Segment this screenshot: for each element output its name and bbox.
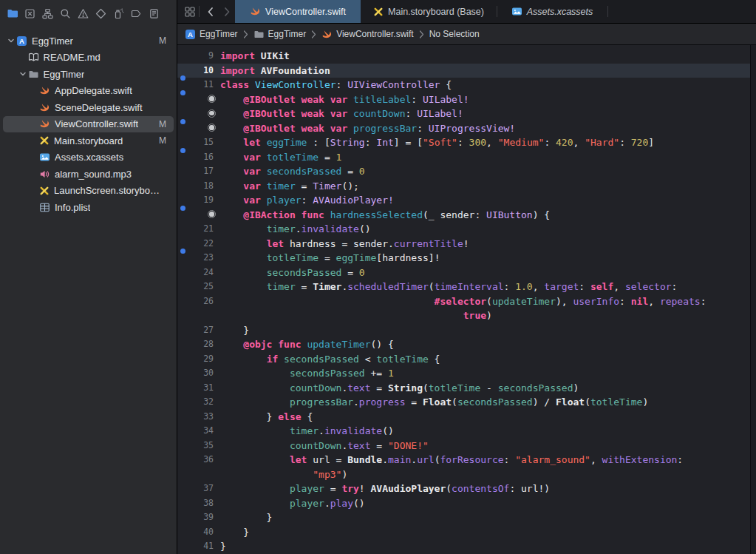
line-number[interactable]: 29 bbox=[203, 352, 214, 367]
line-number[interactable]: 38 bbox=[203, 496, 214, 511]
code-line-21[interactable]: 21 timer.invalidate() bbox=[177, 222, 756, 237]
code-line-26[interactable]: 26 #selector(updateTimer), userInfo: nil… bbox=[177, 294, 756, 309]
line-number[interactable]: 28 bbox=[203, 337, 214, 352]
project-navigator-icon[interactable] bbox=[7, 7, 24, 19]
scrollbar-track[interactable] bbox=[750, 45, 756, 554]
ib-connection-icon[interactable] bbox=[208, 95, 216, 103]
sidebar-item-readme-md[interactable]: README.md bbox=[3, 50, 174, 67]
code-line-11[interactable]: 11class ViewController: UIViewController… bbox=[177, 78, 756, 92]
code-line-12[interactable]: @IBOutlet weak var titleLabel: UILabel! bbox=[177, 92, 756, 107]
gutter[interactable]: 39 bbox=[177, 510, 220, 525]
line-number[interactable]: 22 bbox=[203, 237, 214, 251]
code-line-16[interactable]: 16 var totleTime = 1 bbox=[177, 150, 756, 165]
breadcrumb-item-viewcontroller-swift[interactable]: ViewController.swift bbox=[321, 29, 413, 40]
code-line-31[interactable]: 31 countDown.text = String(totleTime - s… bbox=[177, 381, 756, 396]
code-text[interactable]: if secondsPassed < totleTime { bbox=[220, 352, 440, 367]
gutter[interactable]: 17 bbox=[177, 164, 220, 179]
code-text[interactable]: class ViewController: UIViewController { bbox=[220, 78, 452, 92]
code-line-18[interactable]: 18 var timer = Timer(); bbox=[177, 179, 756, 194]
code-line-9[interactable]: 9import UIKit bbox=[177, 49, 756, 64]
gutter[interactable] bbox=[177, 92, 220, 107]
breadcrumb-item-eggtimer[interactable]: EggTimer bbox=[253, 29, 307, 40]
code-line-25[interactable]: 25 timer = Timer.scheduledTimer(timeInte… bbox=[177, 280, 756, 294]
code-text[interactable]: timer.invalidate() bbox=[220, 222, 371, 237]
gutter[interactable]: 37 bbox=[177, 482, 220, 496]
code-text[interactable]: countDown.text = "DONE!" bbox=[220, 439, 429, 453]
gutter[interactable]: 34 bbox=[177, 424, 220, 439]
gutter[interactable]: 29 bbox=[177, 352, 220, 367]
code-text[interactable]: } bbox=[220, 510, 272, 525]
code-line-41[interactable]: 41} bbox=[177, 539, 756, 554]
code-text[interactable]: timer = Timer.scheduledTimer(timeInterva… bbox=[220, 280, 677, 294]
code-text[interactable]: var player: AVAudioPlayer! bbox=[220, 193, 394, 208]
line-number[interactable]: 30 bbox=[203, 366, 214, 381]
symbols-icon[interactable] bbox=[42, 7, 60, 19]
gutter[interactable]: 23 bbox=[177, 251, 220, 266]
code-line-35[interactable]: 35 countDown.text = "DONE!" bbox=[177, 439, 756, 453]
line-number[interactable]: 23 bbox=[203, 251, 214, 266]
gutter[interactable]: 30 bbox=[177, 366, 220, 381]
line-number[interactable]: 15 bbox=[203, 135, 214, 150]
code-text[interactable]: true) bbox=[220, 308, 492, 323]
sidebar-item-assets-xcassets[interactable]: Assets.xcassets bbox=[3, 149, 174, 166]
code-text[interactable]: #selector(updateTimer), userInfo: nil, r… bbox=[220, 294, 706, 309]
code-text[interactable]: } bbox=[220, 525, 249, 540]
code-text[interactable]: import AVFoundation bbox=[220, 64, 330, 78]
gutter[interactable]: 25 bbox=[177, 280, 220, 294]
sidebar-item-appdelegate-swift[interactable]: AppDelegate.swift bbox=[3, 83, 174, 100]
code-line-34[interactable]: 34 timer.invalidate() bbox=[177, 424, 756, 439]
line-number[interactable]: 26 bbox=[203, 294, 214, 309]
line-number[interactable]: 34 bbox=[203, 424, 214, 439]
breakpoints-icon[interactable] bbox=[131, 7, 149, 19]
code-text[interactable]: @IBOutlet weak var progressBar: UIProgre… bbox=[220, 121, 515, 136]
search-icon[interactable] bbox=[60, 7, 78, 19]
code-line-39[interactable]: 39 } bbox=[177, 510, 756, 525]
gutter[interactable] bbox=[177, 121, 220, 136]
line-number[interactable]: 16 bbox=[203, 150, 214, 165]
grid-icon[interactable] bbox=[183, 0, 197, 23]
gutter[interactable]: 26 bbox=[177, 294, 220, 309]
gutter[interactable]: 21 bbox=[177, 222, 220, 237]
ib-connection-icon[interactable] bbox=[208, 109, 216, 118]
code-text[interactable]: player = try! AVAudioPlayer(contentsOf: … bbox=[220, 482, 550, 496]
code-text[interactable]: player.play() bbox=[220, 496, 365, 511]
disclosure-icon[interactable] bbox=[19, 70, 27, 78]
line-number[interactable]: 24 bbox=[203, 266, 214, 280]
code-text[interactable]: @IBAction func hardnessSelected(_ sender… bbox=[220, 208, 550, 223]
code-text[interactable]: import UIKit bbox=[220, 49, 290, 64]
sidebar-item-eggtimer[interactable]: AEggTimerM bbox=[3, 33, 174, 50]
gutter[interactable] bbox=[177, 308, 220, 323]
code-text[interactable]: countDown.text = String(totleTime - seco… bbox=[220, 381, 579, 396]
code-line-36[interactable]: 36 let url = Bundle.main.url(forResource… bbox=[177, 453, 756, 467]
code-text[interactable]: "mp3") bbox=[220, 467, 347, 482]
line-number[interactable]: 25 bbox=[203, 280, 214, 294]
gutter[interactable]: 38 bbox=[177, 496, 220, 511]
line-number[interactable]: 32 bbox=[203, 395, 214, 410]
line-number[interactable]: 27 bbox=[203, 323, 214, 338]
code-line-30[interactable]: 30 secondsPassed += 1 bbox=[177, 366, 756, 381]
gutter[interactable]: 40 bbox=[177, 525, 220, 540]
code-line-wrap[interactable]: "mp3") bbox=[177, 467, 756, 482]
debug-icon[interactable] bbox=[113, 7, 131, 19]
line-number[interactable]: 40 bbox=[203, 525, 214, 540]
tab-assets-xcassets[interactable]: Assets.xcassets bbox=[497, 0, 607, 23]
issues-icon[interactable] bbox=[78, 7, 95, 19]
code-text[interactable]: var timer = Timer(); bbox=[220, 179, 359, 194]
code-line-27[interactable]: 27 } bbox=[177, 323, 756, 338]
line-number[interactable]: 35 bbox=[203, 439, 214, 453]
gutter[interactable]: 33 bbox=[177, 410, 220, 425]
code-line-32[interactable]: 32 progressBar.progress = Float(secondsP… bbox=[177, 395, 756, 410]
gutter[interactable]: 18 bbox=[177, 179, 220, 194]
code-text[interactable]: timer.invalidate() bbox=[220, 424, 394, 439]
code-line-10[interactable]: 10import AVFoundation bbox=[177, 64, 756, 78]
sidebar-item-scenedelegate-swift[interactable]: SceneDelegate.swift bbox=[3, 99, 174, 116]
code-text[interactable]: let hardness = sender.currentTitle! bbox=[220, 237, 469, 251]
code-line-22[interactable]: 22 let hardness = sender.currentTitle! bbox=[177, 237, 756, 251]
gutter[interactable]: 28 bbox=[177, 337, 220, 352]
gutter[interactable]: 35 bbox=[177, 439, 220, 453]
line-number[interactable]: 9 bbox=[208, 49, 214, 64]
disclosure-icon[interactable] bbox=[7, 37, 15, 44]
code-line-19[interactable]: 19 var player: AVAudioPlayer! bbox=[177, 193, 756, 208]
code-text[interactable]: } bbox=[220, 323, 249, 338]
code-text[interactable]: totleTime = eggTime[hardness]! bbox=[220, 251, 440, 266]
